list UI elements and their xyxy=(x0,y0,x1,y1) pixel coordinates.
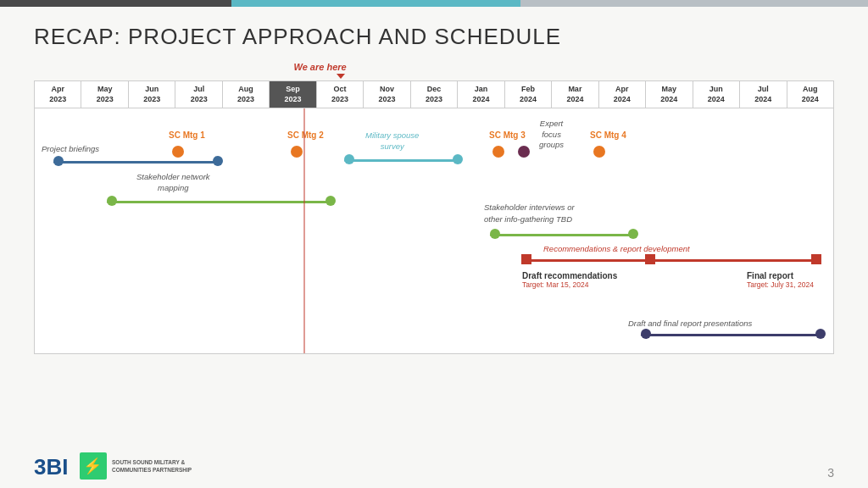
top-bar-dark xyxy=(0,0,231,7)
month-cell-feb-2024: Feb2024 xyxy=(505,81,552,108)
month-cell-sep-2023: Sep2023 xyxy=(270,81,316,108)
logo-ssmc-container: ⚡ SOUTH SOUND MILITARY &COMMUNITIES PART… xyxy=(80,452,192,480)
month-cell-nov-2023: Nov2023 xyxy=(364,81,410,108)
top-bar-teal xyxy=(231,0,520,7)
we-are-here-arrow xyxy=(337,74,345,79)
page-title: RECAP: PROJECT APPROACH AND SCHEDULE xyxy=(34,24,834,50)
dot-stakeholder-interviews-end xyxy=(628,229,638,239)
dot-stakeholder-interviews-start xyxy=(490,229,500,239)
month-cell-jun-2024: Jun2024 xyxy=(693,81,740,108)
timeline-wrapper: We are here Apr2023May2023Jun2023Jul2023… xyxy=(34,62,834,354)
label-sc-mtg-2: SC Mtg 2 xyxy=(287,130,324,140)
month-cell-may-2024: May2024 xyxy=(646,81,693,108)
track-project-briefings: Project briefings xyxy=(35,142,833,168)
month-cell-jul-2024: Jul2024 xyxy=(740,81,787,108)
label-draft-final-presentations: Draft and final report presentations xyxy=(628,319,752,328)
label-expert-focus: Expertfocusgroups xyxy=(539,119,564,150)
month-header-row: Apr2023May2023Jun2023Jul2023Aug2023Sep20… xyxy=(34,80,834,108)
sq-dot-rec-start xyxy=(521,254,531,264)
month-cell-jul-2023: Jul2023 xyxy=(175,81,222,108)
current-time-line xyxy=(303,108,305,353)
dot-draft-final-end xyxy=(815,329,826,339)
month-cell-jan-2024: Jan2024 xyxy=(458,81,504,108)
logo-ssmc-text: SOUTH SOUND MILITARY &COMMUNITIES PARTNE… xyxy=(112,458,192,474)
dot-project-briefings-end xyxy=(213,156,223,166)
month-cell-apr-2023: Apr2023 xyxy=(35,81,81,108)
month-cell-oct-2023: Oct2023 xyxy=(317,81,364,108)
top-bar-gray xyxy=(520,0,868,7)
label-recommendations: Recommendations & report development xyxy=(543,244,690,253)
page-number: 3 xyxy=(827,466,834,480)
bottom-bar: 3BI ⚡ SOUTH SOUND MILITARY &COMMUNITIES … xyxy=(0,452,868,480)
timeline-body: Project briefings SC Mtg 1 SC Mtg 2 xyxy=(34,108,834,354)
label-sc-mtg-4: SC Mtg 4 xyxy=(590,130,626,140)
label-sc-mtg-1: SC Mtg 1 xyxy=(169,130,205,140)
logo-ssmc-icon: ⚡ xyxy=(80,452,107,480)
dot-project-briefings-start xyxy=(53,156,64,166)
we-are-here-label: We are here xyxy=(294,62,347,72)
logo-3bi-icon: 3BI xyxy=(34,454,70,478)
top-color-bar xyxy=(0,0,868,7)
label-stakeholder-network: Stakeholder networkmapping xyxy=(136,172,210,193)
svg-text:⚡: ⚡ xyxy=(83,457,103,475)
month-cell-dec-2023: Dec2023 xyxy=(411,81,458,108)
label-sc-mtg-3: SC Mtg 3 xyxy=(489,130,526,140)
label-military-survey: Military spousesurvey xyxy=(365,130,419,152)
svg-text:3BI: 3BI xyxy=(34,454,68,478)
line-project-briefings xyxy=(53,161,214,164)
label-final-report: Final report Target: July 31, 2024 xyxy=(747,271,814,289)
month-cell-aug-2024: Aug2024 xyxy=(787,81,833,108)
line-stakeholder-interviews xyxy=(490,234,630,236)
line-military-survey xyxy=(344,159,454,162)
month-cell-may-2023: May2023 xyxy=(81,81,128,108)
sq-dot-rec-mid xyxy=(645,254,655,264)
month-cell-apr-2024: Apr2024 xyxy=(599,81,646,108)
sq-dot-rec-end xyxy=(811,254,821,264)
dot-stakeholder-network-end xyxy=(326,196,336,206)
line-stakeholder-network xyxy=(107,201,327,203)
dot-stakeholder-network-start xyxy=(107,196,117,206)
line-draft-final-presentations xyxy=(641,334,819,336)
month-cell-aug-2023: Aug2023 xyxy=(223,81,270,108)
line-recommendations xyxy=(526,259,815,262)
month-cell-jun-2023: Jun2023 xyxy=(129,81,175,108)
label-project-briefings: Project briefings xyxy=(42,144,99,154)
logo-3bi-container: 3BI xyxy=(34,454,70,478)
main-content: RECAP: PROJECT APPROACH AND SCHEDULE We … xyxy=(0,7,868,363)
label-stakeholder-interviews: Stakeholder interviews orother info-gath… xyxy=(484,202,575,225)
dot-draft-final-start xyxy=(641,329,651,339)
label-draft-recommendations: Draft recommendations Target: Mar 15, 20… xyxy=(522,271,617,289)
month-cell-mar-2024: Mar2024 xyxy=(552,81,598,108)
